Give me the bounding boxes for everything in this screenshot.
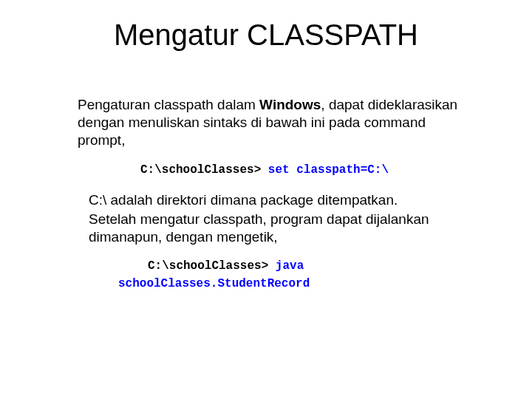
code2-command: java (276, 259, 304, 273)
code1-prompt: C:\schoolClasses> (140, 163, 268, 177)
code-line-2: C:\schoolClasses> java (148, 259, 495, 273)
code2-prompt: C:\schoolClasses> (148, 259, 276, 273)
para1-pre: Pengaturan classpath dalam (78, 97, 259, 112)
slide-title: Mengatur CLASSPATH (37, 18, 495, 52)
para2-line2: Setelah mengatur classpath, program dapa… (89, 211, 495, 246)
slide: Mengatur CLASSPATH Pengaturan classpath … (0, 0, 532, 399)
code-line-1: C:\schoolClasses> set classpath=C:\ (140, 163, 495, 177)
paragraph-2: C:\ adalah direktori dimana package dite… (89, 191, 495, 245)
paragraph-1: Pengaturan classpath dalam Windows, dapa… (78, 96, 477, 149)
code-line-3: schoolClasses.StudentRecord (118, 277, 495, 290)
para1-bold: Windows (259, 97, 321, 112)
para2-line1: C:\ adalah direktori dimana package dite… (89, 191, 495, 209)
code3-class: schoolClasses.StudentRecord (118, 277, 310, 290)
code1-command: set classpath=C:\ (268, 163, 389, 177)
